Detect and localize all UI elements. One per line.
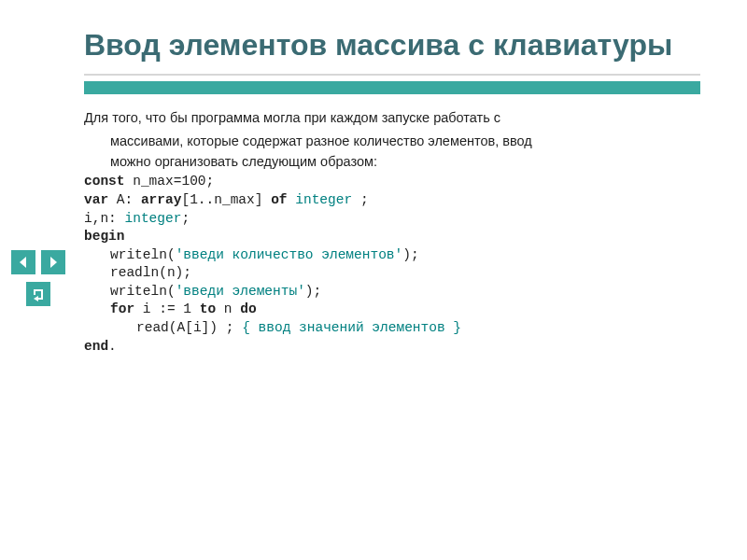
svg-marker-2	[34, 296, 38, 301]
code-line-readln: readln(n);	[84, 264, 700, 283]
code-line-writeln1: writeln('введи количество элементов');	[84, 246, 700, 265]
nav-prev-button[interactable]	[11, 250, 35, 274]
code-line-var: var A: array[1..n_max] of integer ;	[84, 191, 700, 210]
slide-title: Ввод элементов массива с клавиатуры	[84, 28, 700, 63]
chevron-left-icon	[17, 256, 30, 269]
intro-line-2: массивами, которые содержат разное колич…	[110, 133, 700, 151]
nav-return-button[interactable]	[26, 282, 50, 306]
code-line-begin: begin	[84, 228, 700, 246]
slide-body: Для того, что бы программа могла при каж…	[84, 109, 700, 356]
intro-line-1: Для того, что бы программа могла при каж…	[84, 109, 700, 128]
code-line-const: const n_max=100;	[84, 173, 700, 191]
code-line-end: end.	[84, 338, 700, 357]
title-divider	[84, 74, 700, 94]
svg-marker-0	[20, 257, 26, 268]
code-line-writeln2: writeln('введи элементы');	[84, 283, 700, 301]
code-line-in: i,n: integer;	[84, 210, 700, 229]
slide-content: Ввод элементов массива с клавиатуры Для …	[56, 9, 728, 532]
return-icon	[31, 287, 46, 301]
code-line-read: read(A[i]) ; { ввод значений элементов }	[84, 319, 700, 338]
code-line-for: for i := 1 to n do	[84, 301, 700, 319]
intro-line-3: можно организовать следующим образом:	[110, 153, 700, 172]
